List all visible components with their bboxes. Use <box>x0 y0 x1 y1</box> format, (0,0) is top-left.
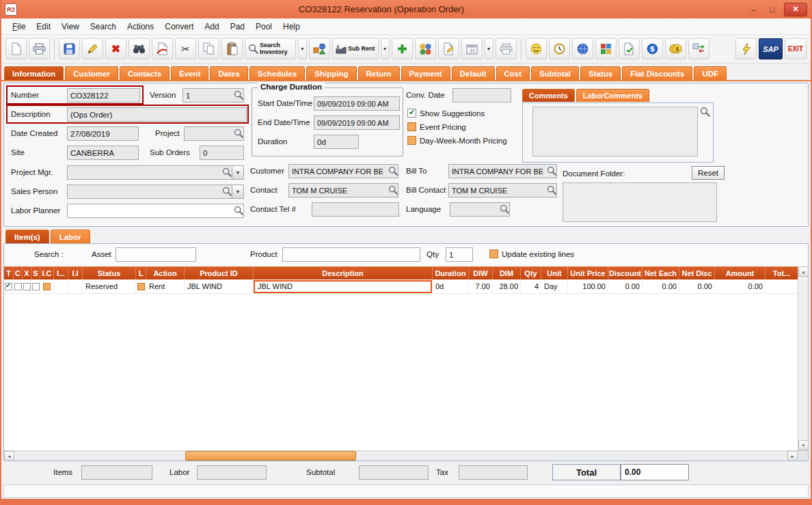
cell-unit-price[interactable]: 100.00 <box>568 279 608 293</box>
column-header[interactable]: Unit Price <box>568 267 608 279</box>
new-document-button[interactable] <box>5 38 27 59</box>
labor-planner-field[interactable] <box>67 204 244 218</box>
sub-rent-dropdown[interactable]: ▼ <box>381 38 390 59</box>
clock-button[interactable] <box>549 38 570 59</box>
search-icon[interactable] <box>388 166 398 176</box>
sub-rent-button[interactable]: Sub Rent <box>332 38 379 59</box>
scroll-up-button[interactable]: ▲ <box>798 267 808 277</box>
color-cube-button[interactable] <box>595 38 617 59</box>
reset-button[interactable]: Reset <box>692 166 725 180</box>
column-header[interactable]: Net Disc <box>679 267 715 279</box>
cell-product-id[interactable]: JBL WIND <box>185 279 254 293</box>
scroll-down-button[interactable]: ▼ <box>798 440 808 450</box>
shapes-3d-button[interactable] <box>309 38 330 59</box>
cell-ii[interactable] <box>68 279 83 293</box>
cell-s[interactable] <box>31 279 40 293</box>
column-header[interactable]: DIM <box>493 267 521 279</box>
menu-file[interactable]: File <box>7 20 31 33</box>
tab-udf[interactable]: UDF <box>694 66 727 80</box>
column-header[interactable]: Net Each <box>642 267 679 279</box>
project-mgr-field[interactable] <box>67 165 232 180</box>
export-arrows-button[interactable] <box>688 38 709 59</box>
cell-t[interactable] <box>4 279 14 293</box>
cell-description[interactable]: JBL WIND <box>254 279 433 293</box>
globe-button[interactable] <box>572 38 593 59</box>
calendar-button[interactable] <box>461 38 483 59</box>
tab-shipping[interactable]: Shipping <box>306 66 356 80</box>
column-header[interactable]: Unit <box>541 267 568 279</box>
cell-qty[interactable]: 4 <box>521 279 541 293</box>
column-header[interactable]: I.I <box>68 267 83 279</box>
exit-button[interactable]: EXIT <box>785 38 807 59</box>
menu-pad[interactable]: Pad <box>225 20 250 33</box>
update-existing-lines-checkbox[interactable] <box>489 249 498 258</box>
note-edit-button[interactable] <box>438 38 459 59</box>
tab-event[interactable]: Event <box>171 66 208 80</box>
search-icon[interactable] <box>222 187 232 196</box>
tab-labor-comments[interactable]: LaborComments <box>576 89 649 102</box>
product-input[interactable] <box>282 247 420 262</box>
cell-x[interactable] <box>23 279 31 293</box>
dollar-button[interactable]: $ <box>642 38 663 59</box>
tab-schedules[interactable]: Schedules <box>249 66 306 80</box>
vertical-scroll-track[interactable] <box>798 277 808 440</box>
start-datetime-field[interactable] <box>314 96 400 111</box>
column-header[interactable]: Qty <box>521 267 541 279</box>
column-header[interactable]: Discount <box>608 267 642 279</box>
print-preview-button[interactable] <box>496 38 517 59</box>
tab-contacts[interactable]: Contacts <box>120 66 170 80</box>
tab-payment[interactable]: Payment <box>401 66 450 80</box>
find-binoculars-button[interactable] <box>128 38 150 59</box>
close-button[interactable]: ✕ <box>784 3 807 16</box>
search-icon[interactable] <box>234 206 243 215</box>
menu-actions[interactable]: Actions <box>122 20 159 33</box>
search-icon[interactable] <box>700 107 710 117</box>
sap-button[interactable]: SAP <box>759 38 783 59</box>
day-week-month-pricing-checkbox[interactable] <box>407 136 416 145</box>
hscroll-thumb[interactable] <box>185 451 356 461</box>
minimize-button[interactable]: – <box>746 3 761 16</box>
column-header[interactable]: C <box>14 267 23 279</box>
search-inventory-dropdown[interactable]: ▼ <box>298 38 307 59</box>
paste-button[interactable] <box>221 38 243 59</box>
tab-cost[interactable]: Cost <box>496 66 530 80</box>
tab-information[interactable]: Information <box>4 66 64 80</box>
column-header[interactable]: I... <box>54 267 68 279</box>
sales-person-field[interactable] <box>67 185 232 199</box>
column-header[interactable]: Product ID <box>185 267 254 279</box>
conv-date-field[interactable] <box>452 88 511 103</box>
tab-items[interactable]: Item(s) <box>5 230 49 243</box>
export-document-button[interactable] <box>152 38 173 59</box>
search-icon[interactable] <box>234 90 243 100</box>
menu-help[interactable]: Help <box>278 20 306 33</box>
contact-field[interactable] <box>288 183 398 197</box>
horizontal-scroll-track[interactable] <box>14 451 787 461</box>
calendar-dropdown[interactable]: ▼ <box>485 38 493 59</box>
date-created-field[interactable] <box>67 126 139 141</box>
number-field[interactable] <box>67 88 140 103</box>
column-header[interactable]: I.C <box>40 267 54 279</box>
tab-dates[interactable]: Dates <box>210 66 247 80</box>
group-circles-button[interactable] <box>415 38 436 59</box>
tab-flat-discounts[interactable]: Flat Discounts <box>622 66 692 80</box>
tab-default[interactable]: Default <box>452 66 495 80</box>
column-header[interactable]: DIW <box>469 267 493 279</box>
column-header[interactable]: Duration <box>433 267 469 279</box>
column-header[interactable]: Action <box>146 267 185 279</box>
contact-tel-field[interactable] <box>312 202 399 217</box>
smiley-button[interactable] <box>526 38 547 59</box>
tab-customer[interactable]: Customer <box>65 66 118 80</box>
show-suggestions-checkbox[interactable] <box>407 109 416 118</box>
cell-discount[interactable]: 0.00 <box>608 279 642 293</box>
menu-pool[interactable]: Pool <box>250 20 278 33</box>
menu-add[interactable]: Add <box>199 20 224 33</box>
document-check-button[interactable] <box>619 38 640 59</box>
save-button[interactable] <box>59 38 80 59</box>
bill-to-field[interactable] <box>448 164 557 178</box>
scroll-left-button[interactable]: ◄ <box>4 451 14 461</box>
search-icon[interactable] <box>388 185 398 195</box>
search-icon[interactable] <box>234 128 243 138</box>
cell-c[interactable] <box>14 279 23 293</box>
search-icon[interactable] <box>500 204 509 214</box>
end-datetime-field[interactable] <box>314 115 400 130</box>
